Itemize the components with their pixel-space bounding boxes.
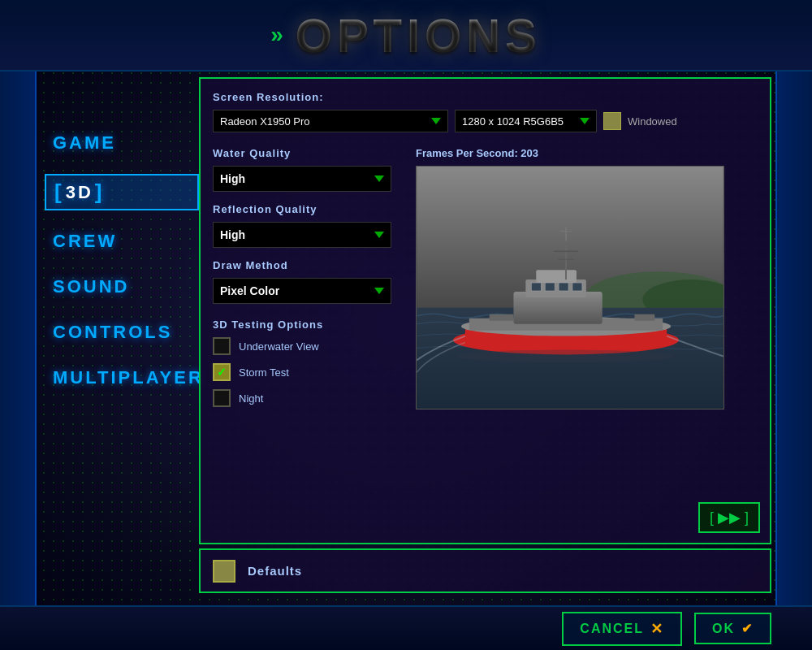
windowed-label: Windowed [628, 115, 677, 128]
svg-point-22 [457, 349, 675, 362]
bottom-bar: CANCEL ✕ OK ✔ [0, 605, 812, 650]
right-column: Frames Per Second: 203 [416, 147, 758, 415]
sidebar-item-sound[interactable]: SOUND [45, 272, 199, 301]
storm-test-row: ✓ Storm Test [213, 363, 400, 381]
resolution-value: 1280 x 1024 R5G6B5 [462, 115, 564, 128]
draw-method-value: Pixel Color [220, 284, 279, 297]
svg-rect-14 [572, 283, 582, 291]
options-panel: Screen Resolution: Radeon X1950 Pro 1280… [199, 77, 771, 544]
night-row: Night [213, 389, 400, 407]
underwater-view-checkbox[interactable] [213, 337, 231, 355]
fps-display: Frames Per Second: 203 [416, 147, 758, 159]
water-quality-arrow-icon [374, 176, 384, 182]
windowed-checkbox[interactable] [603, 112, 621, 130]
testing-label: 3D Testing Options [213, 318, 400, 331]
underwater-view-row: Underwater View [213, 337, 400, 355]
reflection-quality-section: Reflection Quality High [213, 203, 400, 248]
storm-test-label: Storm Test [239, 366, 289, 379]
cancel-button[interactable]: CANCEL ✕ [562, 612, 682, 646]
sidebar-item-game[interactable]: GAME [45, 128, 199, 158]
reflection-quality-dropdown[interactable]: High [213, 222, 391, 248]
title-arrows-icon: » [270, 22, 283, 48]
storm-test-checkbox[interactable]: ✓ [213, 363, 231, 381]
cancel-x-icon: ✕ [650, 620, 664, 638]
draw-method-arrow-icon [374, 288, 384, 294]
side-panel-right [775, 0, 812, 650]
ok-check-icon: ✔ [741, 621, 754, 636]
left-nav: GAME [ 3D ] CREW SOUND CONTROLS MULTIPLA… [37, 72, 199, 601]
gpu-dropdown-arrow-icon [431, 118, 441, 124]
sidebar-item-crew[interactable]: CREW [45, 227, 199, 256]
svg-rect-10 [536, 270, 577, 283]
night-checkbox[interactable] [213, 389, 231, 407]
water-quality-section: Water Quality High [213, 147, 400, 192]
svg-rect-11 [531, 283, 541, 291]
water-quality-dropdown[interactable]: High [213, 166, 391, 192]
gpu-value: Radeon X1950 Pro [220, 115, 310, 128]
reflection-quality-arrow-icon [374, 232, 384, 238]
draw-method-label: Draw Method [213, 259, 400, 271]
defaults-panel: Defaults [199, 548, 771, 593]
checkmark-icon: ✓ [217, 366, 227, 379]
svg-rect-12 [545, 283, 555, 291]
sidebar-item-multiplayer[interactable]: MULTIPLAYER [45, 363, 199, 392]
defaults-checkbox[interactable] [213, 560, 235, 583]
underwater-view-label: Underwater View [239, 340, 319, 353]
svg-rect-13 [559, 283, 568, 291]
ok-label: OK [712, 622, 735, 636]
resolution-dropdown-arrow-icon [580, 118, 590, 124]
page-title: OPTIONS [296, 8, 542, 63]
cancel-label: CANCEL [580, 622, 644, 636]
resolution-row: Radeon X1950 Pro 1280 x 1024 R5G6B5 Wind… [213, 110, 758, 132]
resolution-dropdown[interactable]: 1280 x 1024 R5G6B5 [455, 110, 597, 132]
screen-resolution-label: Screen Resolution: [213, 91, 758, 103]
reflection-quality-label: Reflection Quality [213, 203, 400, 215]
reflection-quality-value: High [220, 228, 245, 241]
ok-button[interactable]: OK ✔ [694, 613, 771, 644]
two-column-layout: Water Quality High Reflection Quality Hi… [213, 147, 758, 415]
side-panel-left [0, 0, 37, 650]
main-content: Screen Resolution: Radeon X1950 Pro 1280… [199, 77, 771, 597]
svg-rect-21 [634, 314, 654, 321]
next-button[interactable]: [ ▶▶ ] [698, 502, 760, 533]
draw-method-dropdown[interactable]: Pixel Color [213, 278, 391, 304]
testing-section: 3D Testing Options Underwater View ✓ Sto… [213, 318, 400, 407]
next-icon: [ ▶▶ ] [710, 509, 749, 526]
water-quality-label: Water Quality [213, 147, 400, 159]
night-label: Night [239, 392, 263, 405]
gpu-dropdown[interactable]: Radeon X1950 Pro [213, 110, 448, 132]
fps-label-text: Frames Per Second: 203 [416, 147, 538, 159]
ship-preview [416, 166, 724, 410]
water-quality-value: High [220, 172, 245, 185]
top-bar: » OPTIONS [0, 0, 812, 72]
ship-scene-svg [417, 167, 723, 409]
sidebar-item-3d[interactable]: [ 3D ] [45, 174, 199, 210]
defaults-label: Defaults [248, 564, 302, 578]
draw-method-section: Draw Method Pixel Color [213, 259, 400, 304]
sidebar-item-controls[interactable]: CONTROLS [45, 318, 199, 347]
left-column: Water Quality High Reflection Quality Hi… [213, 147, 400, 415]
svg-rect-20 [490, 314, 514, 321]
title-container: » OPTIONS [270, 8, 542, 63]
